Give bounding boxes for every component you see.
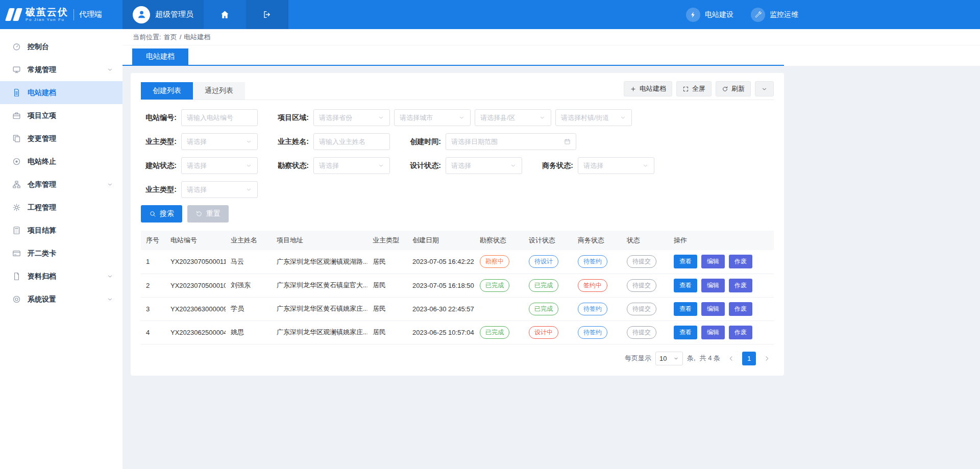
sidebar: 控制台 常规管理 电站建档 项目立项 变更管理 电站终止 仓库管理 工程管理: [0, 29, 122, 469]
view-button[interactable]: 查看: [674, 302, 697, 316]
sidebar-item-project-settlement[interactable]: 项目结算: [0, 219, 122, 242]
county-select[interactable]: 请选择县/区: [475, 109, 551, 126]
user-name: 超级管理员: [155, 10, 193, 19]
chevron-down-icon: [246, 162, 252, 169]
logout-icon: [262, 10, 272, 19]
sidebar-item-warehouse-management[interactable]: 仓库管理: [0, 173, 122, 196]
filter-label: 业主类型:: [141, 185, 177, 194]
province-select[interactable]: 请选择省份: [313, 109, 390, 126]
cell-owner-type: 居民: [368, 250, 407, 274]
file-icon: [12, 272, 21, 281]
owner-type2-select[interactable]: 请选择: [181, 181, 258, 198]
sidebar-item-project-initiation[interactable]: 项目立项: [0, 104, 122, 127]
target-icon: [12, 157, 21, 166]
survey-status-select[interactable]: 请选择: [313, 157, 390, 174]
create-time-range[interactable]: 请选择日期范围: [446, 133, 576, 150]
sidebar-item-station-filing[interactable]: 电站建档: [0, 81, 122, 104]
search-button[interactable]: 搜索: [141, 205, 182, 223]
build-status-select[interactable]: 请选择: [181, 157, 258, 174]
refresh-button[interactable]: 刷新: [716, 81, 751, 96]
per-page-value: 10: [659, 355, 667, 362]
sidebar-item-label: 项目立项: [28, 111, 56, 120]
filter-row: 建站状态: 请选择 勘察状态: 请选择 设计状态: 请选择 商务状态: 请选择: [141, 157, 774, 174]
void-button[interactable]: 作废: [729, 279, 752, 292]
filter-controls: 请选择: [181, 157, 258, 174]
user-menu[interactable]: 超级管理员: [122, 0, 204, 29]
quick-link-monitor-ops[interactable]: 监控运维: [751, 8, 798, 22]
filter-controls: 请选择日期范围: [446, 133, 576, 150]
owner-type-select[interactable]: 请选择: [181, 133, 258, 150]
status-badge: 已完成: [480, 326, 509, 339]
chevron-down-icon: [107, 296, 113, 303]
tab-pass-list[interactable]: 通过列表: [193, 82, 245, 100]
sidebar-item-data-archive[interactable]: 资料归档: [0, 265, 122, 288]
cell-address: 广东深圳龙华区观澜镇观湖路...: [272, 250, 368, 274]
app-subtitle: Po Jian Yun Fu: [26, 17, 68, 22]
tab-create-list[interactable]: 创建列表: [141, 82, 193, 100]
collapse-button[interactable]: [755, 81, 774, 96]
void-button[interactable]: 作废: [729, 302, 752, 316]
home-button[interactable]: [204, 0, 246, 29]
sidebar-item-general-management[interactable]: 常规管理: [0, 58, 122, 81]
prev-page-button[interactable]: [724, 352, 738, 365]
sidebar-item-system-settings[interactable]: 系统设置: [0, 288, 122, 311]
sidebar-item-engineering-management[interactable]: 工程管理: [0, 196, 122, 219]
edit-button[interactable]: 编辑: [701, 302, 725, 316]
status-badge: 待设计: [529, 255, 558, 268]
view-button[interactable]: 查看: [674, 279, 697, 292]
reset-button-label: 重置: [206, 209, 220, 218]
create-station-button[interactable]: 电站建档: [624, 81, 672, 96]
total-count: 共 4 条: [700, 354, 720, 363]
cell-owner-name: 马云: [226, 250, 272, 274]
design-status-select[interactable]: 请选择: [446, 157, 522, 174]
status-badge: 已完成: [529, 279, 558, 292]
status-badge: 待签约: [578, 326, 607, 339]
cell-seq: 1: [141, 250, 165, 274]
chevron-down-icon: [620, 114, 626, 121]
edit-button[interactable]: 编辑: [701, 255, 725, 268]
filter-field: 建站状态: 请选择: [141, 157, 258, 174]
page-tab-station-filing[interactable]: 电站建档: [132, 48, 188, 65]
tool-button-label: 刷新: [731, 84, 745, 93]
filter-row: 业主类型: 请选择 业主姓名: 创建时间: 请选择日期范围: [141, 133, 774, 150]
page-tab-strip-inner: 电站建档: [122, 48, 784, 66]
next-page-button[interactable]: [760, 352, 774, 365]
reset-button[interactable]: 重置: [187, 205, 229, 223]
quick-link-station-build[interactable]: 电站建设: [686, 8, 733, 22]
breadcrumb-home[interactable]: 首页: [164, 33, 177, 42]
fullscreen-icon: [682, 86, 689, 92]
town-select[interactable]: 请选择村镇/街道: [555, 109, 632, 126]
view-button[interactable]: 查看: [674, 255, 697, 268]
sidebar-item-label: 项目结算: [28, 226, 56, 235]
chevron-down-icon: [107, 66, 113, 73]
view-button[interactable]: 查看: [674, 326, 697, 339]
chevron-down-icon: [642, 162, 649, 169]
station-table: 序号电站编号业主姓名项目地址业主类型创建日期勘察状态设计状态商务状态状态操作 1…: [141, 231, 774, 344]
per-page-select[interactable]: 10: [655, 352, 683, 365]
filter-field: 项目区域: 请选择省份请选择城市请选择县/区请选择村镇/街道: [273, 109, 632, 126]
sidebar-item-station-termination[interactable]: 电站终止: [0, 150, 122, 173]
user-avatar: [133, 6, 150, 23]
filter-label: 业主姓名:: [273, 137, 309, 146]
sidebar-item-change-management[interactable]: 变更管理: [0, 127, 122, 150]
column-header: 业主姓名: [226, 231, 272, 250]
filter-row: 业主类型: 请选择: [141, 181, 774, 198]
sidebar-item-label: 资料归档: [28, 272, 56, 281]
cell-status: 待提交: [622, 297, 669, 320]
logout-button[interactable]: [246, 0, 288, 29]
edit-button[interactable]: 编辑: [701, 279, 725, 292]
void-button[interactable]: 作废: [729, 326, 752, 339]
station-code-input[interactable]: [181, 109, 258, 126]
edit-button[interactable]: 编辑: [701, 326, 725, 339]
card-icon: [12, 249, 21, 258]
filter-field: 设计状态: 请选择: [405, 157, 522, 174]
void-button[interactable]: 作废: [729, 255, 752, 268]
sidebar-item-console[interactable]: 控制台: [0, 35, 122, 58]
city-select[interactable]: 请选择城市: [394, 109, 471, 126]
owner-name-input[interactable]: [313, 133, 390, 150]
select-placeholder: 请选择: [187, 137, 207, 146]
fullscreen-button[interactable]: 全屏: [676, 81, 712, 96]
sidebar-item-second-class-card[interactable]: 开二类卡: [0, 242, 122, 265]
business-status-select[interactable]: 请选择: [578, 157, 654, 174]
current-page-button[interactable]: 1: [742, 352, 756, 365]
